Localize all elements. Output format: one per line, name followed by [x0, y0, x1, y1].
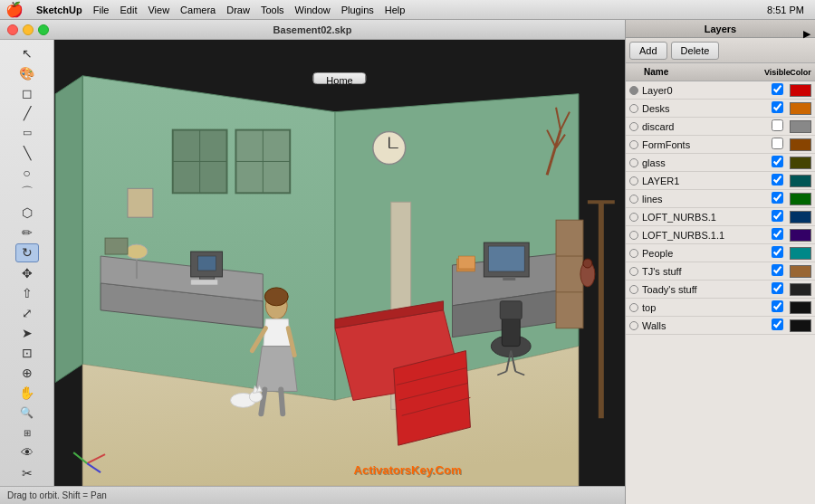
tool-arc-v[interactable]: ⌒: [15, 184, 39, 203]
layer-color-swatch[interactable]: [790, 283, 811, 296]
home-button[interactable]: Home: [312, 72, 366, 84]
close-button[interactable]: [7, 24, 18, 35]
menu-file[interactable]: File: [88, 3, 115, 17]
menu-sketchup[interactable]: SketchUp: [31, 3, 88, 17]
layer-visibility-check[interactable]: [764, 228, 790, 242]
tool-section-v[interactable]: ✂: [15, 463, 39, 482]
tool-zoomfit-v[interactable]: ⊞: [15, 423, 39, 442]
layer-color-swatch[interactable]: [790, 175, 811, 187]
layer-visibility-check[interactable]: [764, 282, 790, 296]
layer-row[interactable]: LAYER1: [626, 172, 815, 190]
tool-rect-v[interactable]: ▭: [15, 123, 39, 142]
layer-checkbox[interactable]: [772, 138, 783, 149]
tool-offset-v[interactable]: ⊡: [15, 343, 39, 362]
layer-color-swatch[interactable]: [790, 265, 811, 278]
tool-paint-bucket[interactable]: 🎨: [15, 63, 39, 82]
tool-freehand[interactable]: ✏: [15, 223, 39, 242]
layer-visibility-check[interactable]: [764, 101, 790, 115]
delete-layer-button[interactable]: Delete: [671, 42, 720, 60]
svg-rect-39: [488, 246, 524, 271]
panel-expand-arrow[interactable]: ▶: [801, 27, 813, 40]
menu-tools[interactable]: Tools: [255, 3, 290, 17]
minimize-button[interactable]: [23, 24, 34, 35]
3d-canvas[interactable]: [54, 40, 625, 486]
tool-move-v[interactable]: ✥: [15, 263, 39, 282]
layer-color-swatch[interactable]: [790, 247, 811, 260]
tool-rotate-v[interactable]: ↻: [15, 243, 39, 262]
layer-row[interactable]: Walls: [626, 317, 815, 335]
layer-checkbox[interactable]: [772, 119, 783, 131]
layer-color-swatch[interactable]: [790, 138, 811, 151]
layer-color-swatch[interactable]: [790, 102, 811, 115]
layer-checkbox[interactable]: [772, 319, 783, 330]
tool-eraser-v[interactable]: ◻: [15, 83, 39, 102]
tool-tape-v[interactable]: ╱: [15, 103, 39, 122]
layer-color-swatch[interactable]: [790, 229, 811, 242]
layer-color-swatch[interactable]: [790, 157, 811, 169]
layer-visibility-check[interactable]: [764, 264, 790, 278]
layer-visibility-check[interactable]: [764, 192, 790, 205]
layer-visibility-check[interactable]: [764, 174, 790, 187]
layer-checkbox[interactable]: [772, 192, 783, 204]
layer-row[interactable]: discard: [626, 118, 815, 136]
layer-row[interactable]: LOFT_NURBS.1: [626, 208, 815, 226]
layer-checkbox[interactable]: [772, 83, 783, 95]
layer-visibility-check[interactable]: [764, 319, 790, 332]
layer-color-swatch[interactable]: [790, 120, 811, 133]
tool-polygon-v[interactable]: ⬡: [15, 204, 39, 223]
layer-active-dot: [629, 122, 638, 131]
layer-visibility-check[interactable]: [764, 138, 790, 151]
tool-zoom-v[interactable]: 🔍: [15, 404, 39, 423]
layer-checkbox[interactable]: [772, 282, 783, 294]
layer-color-swatch[interactable]: [790, 211, 811, 223]
layer-checkbox[interactable]: [772, 300, 783, 312]
apple-menu[interactable]: 🍎: [5, 1, 24, 18]
layer-checkbox[interactable]: [772, 101, 783, 113]
layer-visibility-check[interactable]: [764, 119, 790, 133]
layer-checkbox[interactable]: [772, 264, 783, 276]
layer-visibility-check[interactable]: [764, 246, 790, 260]
menu-view[interactable]: View: [142, 3, 175, 17]
layer-color-swatch[interactable]: [790, 319, 811, 332]
tool-eye[interactable]: 👁: [15, 443, 39, 462]
layer-visibility-check[interactable]: [764, 300, 790, 314]
tool-pushpull-v[interactable]: ⇧: [15, 283, 39, 302]
menu-edit[interactable]: Edit: [114, 3, 142, 17]
menu-camera[interactable]: Camera: [175, 3, 221, 17]
layer-color-swatch[interactable]: [790, 193, 811, 205]
layer-checkbox[interactable]: [772, 174, 783, 185]
menu-plugins[interactable]: Plugins: [336, 3, 379, 17]
tool-scale-v[interactable]: ⤢: [15, 303, 39, 322]
layer-visibility-check[interactable]: [764, 210, 790, 223]
add-layer-button[interactable]: Add: [629, 42, 667, 60]
tool-circle-v[interactable]: ○: [15, 164, 39, 183]
layer-row[interactable]: FormFonts: [626, 136, 815, 154]
layer-row[interactable]: LOFT_NURBS.1.1: [626, 226, 815, 244]
layer-visibility-check[interactable]: [764, 156, 790, 169]
tool-select[interactable]: ↖: [15, 43, 39, 62]
layer-color-swatch[interactable]: [790, 84, 811, 97]
layer-row[interactable]: Layer0: [626, 81, 815, 100]
tool-pan-v[interactable]: ✋: [15, 384, 39, 403]
menu-draw[interactable]: Draw: [221, 3, 255, 17]
zoom-button[interactable]: [38, 24, 49, 35]
layer-checkbox[interactable]: [772, 246, 783, 258]
layer-color-swatch[interactable]: [790, 301, 811, 314]
tool-follow-v[interactable]: ➤: [15, 323, 39, 342]
layer-visibility-check[interactable]: [764, 83, 790, 97]
layer-row[interactable]: top: [626, 299, 815, 317]
tool-orbit-v[interactable]: ⊕: [15, 364, 39, 383]
layer-row[interactable]: Desks: [626, 100, 815, 118]
layer-row[interactable]: People: [626, 244, 815, 262]
tool-line-v[interactable]: ╲: [15, 143, 39, 162]
layer-row[interactable]: glass: [626, 154, 815, 172]
layer-checkbox[interactable]: [772, 210, 783, 222]
layer-name: FormFonts: [642, 139, 764, 150]
layer-checkbox[interactable]: [772, 228, 783, 240]
layer-row[interactable]: Toady's stuff: [626, 281, 815, 299]
layer-row[interactable]: lines: [626, 190, 815, 208]
menu-help[interactable]: Help: [379, 3, 411, 17]
layer-checkbox[interactable]: [772, 156, 783, 167]
menu-window[interactable]: Window: [290, 3, 336, 17]
layer-row[interactable]: TJ's stuff: [626, 262, 815, 281]
